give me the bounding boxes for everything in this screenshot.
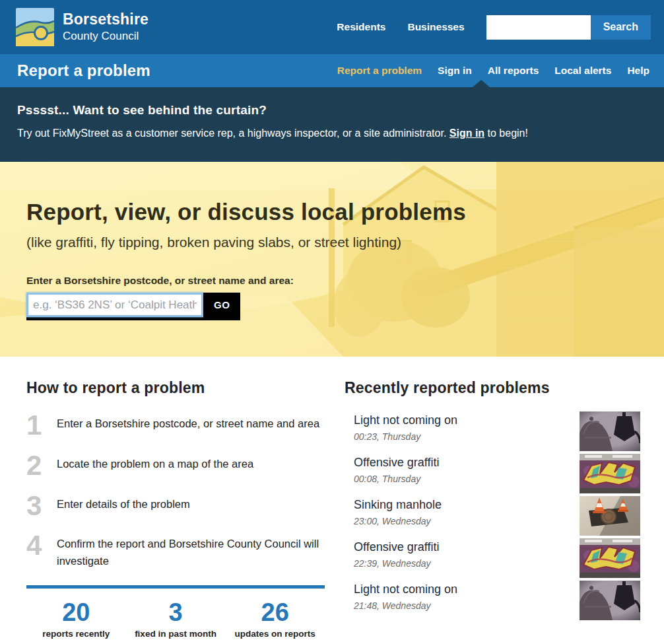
recent-reports-list: Light not coming on 00:23, Thursday <box>345 411 640 620</box>
step-item: 1 Enter a Borsetshire postcode, or stree… <box>26 413 325 438</box>
report-title-link[interactable]: Light not coming on <box>354 413 457 427</box>
report-text: Light not coming on 00:23, Thursday <box>354 411 572 442</box>
step-item: 3 Enter details of the problem <box>26 493 325 519</box>
main-content: How to report a problem 1 Enter a Borset… <box>0 357 664 639</box>
search-button[interactable]: Search <box>591 15 651 40</box>
step-text: Enter a Borsetshire postcode, or street … <box>57 413 319 438</box>
graffiti-photo-thumbnail[interactable] <box>580 454 640 493</box>
council-logo-icon[interactable] <box>16 8 54 46</box>
demo-banner-text: Try out FixMyStreet as a customer servic… <box>17 127 647 139</box>
report-title-link[interactable]: Light not coming on <box>354 583 457 596</box>
go-button[interactable]: GO <box>203 293 240 317</box>
demo-banner-sign-in-link[interactable]: Sign in <box>449 127 484 139</box>
site-header: Borsetshire County Council Residents Bus… <box>0 0 664 54</box>
stat-value: 3 <box>126 599 226 627</box>
subnav-sign-in[interactable]: Sign in <box>438 65 472 77</box>
subnav-report-a-problem[interactable]: Report a problem <box>337 65 422 77</box>
demo-banner-heading: Psssst... Want to see behind the curtain… <box>17 103 647 118</box>
step-number: 1 <box>26 413 57 438</box>
nav-businesses[interactable]: Businesses <box>407 21 464 33</box>
report-list-item: Light not coming on 21:48, Wednesday <box>354 581 640 620</box>
streetlamp-photo-thumbnail[interactable] <box>580 411 640 451</box>
page-title: Report a problem <box>17 61 150 80</box>
org-name: Borsetshire County Council <box>63 11 149 42</box>
postcode-input[interactable] <box>26 293 203 317</box>
hero-section: Report, view, or discuss local problems … <box>0 162 664 357</box>
report-text: Light not coming on 21:48, Wednesday <box>354 581 572 611</box>
report-timestamp: 21:48, Wednesday <box>354 600 572 611</box>
report-timestamp: 00:08, Thursday <box>354 474 572 484</box>
step-number: 2 <box>26 453 57 478</box>
demo-banner-text-before: Try out FixMyStreet as a customer servic… <box>17 127 449 139</box>
subnav-all-reports[interactable]: All reports <box>488 65 539 77</box>
stat-value: 26 <box>225 599 325 627</box>
search-input[interactable] <box>486 15 591 40</box>
how-to-column: How to report a problem 1 Enter a Borset… <box>26 379 325 639</box>
step-number: 3 <box>26 493 57 519</box>
stat-label: updates on reports <box>225 629 325 639</box>
recent-reports-column: Recently reported problems Light not com… <box>345 379 640 639</box>
org-title: Borsetshire <box>63 11 149 28</box>
hero-subtitle: (like graffiti, fly tipping, broken pavi… <box>26 234 664 250</box>
stat-label: reports recently <box>26 629 126 639</box>
report-text: Offensive graffiti 22:39, Wednesday <box>354 538 572 569</box>
report-title-link[interactable]: Offensive graffiti <box>354 456 439 470</box>
manhole-photo-thumbnail[interactable] <box>580 496 640 536</box>
how-to-heading: How to report a problem <box>26 379 325 397</box>
postcode-label: Enter a Borsetshire postcode, or street … <box>26 275 664 287</box>
postcode-form: GO <box>26 293 240 320</box>
step-number: 4 <box>26 533 57 569</box>
step-item: 2 Locate the problem on a map of the are… <box>26 453 325 478</box>
stat-fixed-past-month: 3 fixed in past month <box>126 599 226 639</box>
stats-divider <box>26 585 325 589</box>
report-title-link[interactable]: Sinking manhole <box>354 498 442 512</box>
step-text: Confirm the report and Borsetshire Count… <box>57 533 325 569</box>
report-text: Sinking manhole 23:00, Wednesday <box>354 496 572 526</box>
report-list-item: Light not coming on 00:23, Thursday <box>354 411 640 451</box>
step-item: 4 Confirm the report and Borsetshire Cou… <box>26 533 325 569</box>
nav-residents[interactable]: Residents <box>337 21 385 33</box>
demo-banner-text-after: to begin! <box>484 127 528 139</box>
subnav-help[interactable]: Help <box>627 65 649 77</box>
subnav-items: Report a problem Sign in All reports Loc… <box>337 65 649 77</box>
report-timestamp: 22:39, Wednesday <box>354 558 572 569</box>
stat-reports-recently: 20 reports recently <box>26 599 126 639</box>
graffiti-photo-thumbnail[interactable] <box>580 538 640 578</box>
hero-title: Report, view, or discuss local problems <box>26 199 664 225</box>
recent-heading: Recently reported problems <box>345 379 640 397</box>
header-search-form: Search <box>486 15 651 40</box>
subnav-local-alerts[interactable]: Local alerts <box>554 65 611 77</box>
header-nav: Residents Businesses Search <box>337 15 651 40</box>
stats-row: 20 reports recently 3 fixed in past mont… <box>26 599 325 639</box>
step-text: Locate the problem on a map of the area <box>57 453 253 478</box>
subnav-bar: Report a problem Report a problem Sign i… <box>0 54 664 87</box>
report-list-item: Offensive graffiti 22:39, Wednesday <box>354 538 640 578</box>
stat-value: 20 <box>26 599 126 627</box>
report-text: Offensive graffiti 00:08, Thursday <box>354 454 572 484</box>
steps-list: 1 Enter a Borsetshire postcode, or stree… <box>26 413 325 570</box>
report-timestamp: 00:23, Thursday <box>354 431 572 442</box>
report-timestamp: 23:00, Wednesday <box>354 516 572 526</box>
streetlamp-photo-thumbnail[interactable] <box>580 581 640 620</box>
report-list-item: Offensive graffiti 00:08, Thursday <box>354 454 640 493</box>
report-list-item: Sinking manhole 23:00, Wednesday <box>354 496 640 536</box>
stat-label: fixed in past month <box>126 629 226 639</box>
banner-pointer-icon <box>473 80 490 87</box>
org-subtitle: County Council <box>63 30 149 43</box>
stat-updates-on-reports: 26 updates on reports <box>225 599 325 639</box>
hero-content: Report, view, or discuss local problems … <box>0 162 664 320</box>
demo-banner: Psssst... Want to see behind the curtain… <box>0 87 664 162</box>
step-text: Enter details of the problem <box>57 493 190 519</box>
report-title-link[interactable]: Offensive graffiti <box>354 540 439 554</box>
